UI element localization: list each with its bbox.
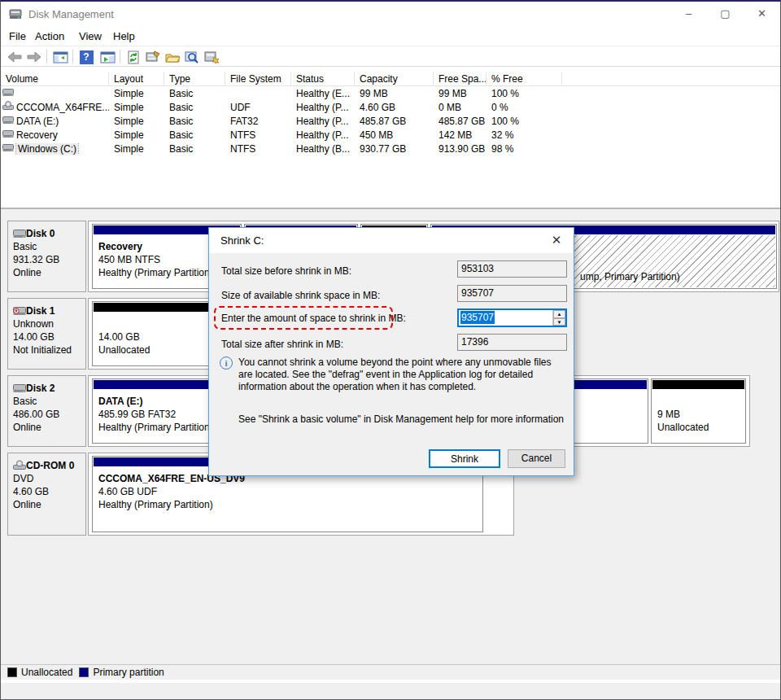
disk1-label[interactable]: Disk 1 Unknown 14.00 GB Not Initialized (7, 298, 86, 370)
minimize-button[interactable]: – (670, 2, 707, 26)
dialog-title-bar: Shrink C: ✕ (209, 228, 574, 253)
menu-view[interactable]: View (74, 28, 107, 44)
table-row[interactable]: CCCOMA_X64FRE... Simple Basic UDF Health… (1, 100, 780, 114)
disk-management-icon (9, 7, 22, 24)
menu-action[interactable]: Action (30, 28, 69, 44)
menu-bar: File Action View Help (1, 26, 780, 46)
disk-status: Online (13, 499, 41, 510)
table-row[interactable]: DATA (E:) Simple Basic FAT32 Healthy (P.… (1, 114, 780, 128)
column-header-pct-free[interactable]: % Free (486, 72, 562, 85)
field-available: 935707 (457, 285, 567, 302)
window-title: Disk Management (28, 8, 114, 20)
refresh-icon[interactable] (124, 49, 142, 65)
drive-icon (2, 116, 14, 127)
help-icon[interactable]: ? (77, 49, 95, 65)
forward-icon[interactable] (25, 49, 43, 65)
disk-type: Basic (13, 396, 37, 407)
search-icon[interactable] (183, 49, 201, 65)
disk2-label[interactable]: Disk 2 Basic 486.00 GB Online (7, 375, 86, 447)
disk-status: Online (13, 422, 41, 433)
spinner-up-icon[interactable]: ▲ (553, 310, 565, 318)
volume-name: Recovery (16, 129, 58, 141)
disk-size: 4.60 GB (13, 486, 49, 497)
table-row[interactable]: Recovery Simple Basic NTFS Healthy (P...… (1, 128, 780, 142)
partition-unallocated-9mb[interactable]: 9 MBUnallocated (651, 378, 746, 444)
disk-offline-icon (13, 304, 26, 316)
properties-icon[interactable] (144, 49, 162, 65)
shrink-button[interactable]: Shrink (429, 449, 500, 468)
volume-list-pane: Volume Layout Type File System Status Ca… (1, 68, 780, 208)
menu-file[interactable]: File (4, 28, 31, 44)
table-row[interactable]: Simple Basic Healthy (E... 99 MB 99 MB 1… (1, 86, 780, 100)
column-header-file-system[interactable]: File System (225, 72, 291, 85)
dialog-close-icon[interactable]: ✕ (548, 233, 565, 247)
shrink-dialog: Shrink C: ✕ Total size before shrink in … (208, 227, 574, 476)
label-total-after: Total size after shrink in MB: (221, 339, 343, 350)
partition-color-bar (652, 380, 744, 389)
field-total-before: 953103 (457, 260, 567, 278)
volume-name: DATA (E:) (16, 116, 59, 127)
toolbar: ? (1, 46, 780, 67)
disk-type: Unknown (13, 318, 54, 330)
legend-primary-partition: Primary partition (79, 667, 164, 678)
column-header-free-space[interactable]: Free Spa... (434, 72, 486, 85)
disk-size: 931.32 GB (13, 254, 59, 265)
cd-drive-icon (13, 459, 26, 470)
volume-list-header: Volume Layout Type File System Status Ca… (1, 72, 780, 86)
disk-management-window: Disk Management – ▢ ✕ File Action View H… (0, 0, 781, 700)
label-available: Size of available shrink space in MB: (221, 290, 380, 301)
disk-status: Online (13, 267, 41, 278)
drive-icon (2, 88, 14, 99)
toolbar-separator (46, 50, 47, 63)
disk-size: 14.00 GB (13, 331, 55, 343)
help-text: See "Shrink a basic volume" in Disk Mana… (238, 413, 565, 425)
back-icon[interactable] (6, 49, 24, 65)
column-header-type[interactable]: Type (164, 72, 225, 85)
column-header-status[interactable]: Status (291, 72, 355, 85)
field-total-after: 17396 (457, 334, 567, 351)
volume-name: Windows (C:) (16, 143, 78, 155)
legend-unallocated: Unallocated (7, 667, 72, 678)
disk-type: Basic (13, 241, 37, 252)
drive-icon (2, 129, 14, 141)
maximize-button[interactable]: ▢ (707, 2, 744, 26)
column-header-layout[interactable]: Layout (109, 72, 164, 85)
column-header-volume[interactable]: Volume (1, 72, 109, 85)
partition-status-fragment: ump, Primary Partition) (580, 271, 680, 282)
title-bar: Disk Management – ▢ ✕ (1, 2, 780, 26)
disk-icon (13, 382, 26, 393)
cd-drive-icon (2, 101, 14, 113)
column-header-capacity[interactable]: Capacity (355, 72, 434, 85)
info-icon: i (220, 357, 233, 370)
open-folder-icon[interactable] (164, 49, 181, 65)
cdrom0-label[interactable]: CD-ROM 0 DVD 4.60 GB Online (7, 453, 86, 536)
volume-name: CCCOMA_X64FRE... (16, 102, 109, 113)
spinner-down-icon[interactable]: ▼ (553, 318, 565, 326)
shrink-amount-input[interactable]: 935707 ▲ ▼ (457, 308, 567, 327)
legend-bar: Unallocated Primary partition (1, 664, 780, 680)
menu-help[interactable]: Help (108, 28, 140, 44)
cancel-button[interactable]: Cancel (508, 449, 565, 468)
table-row-selected[interactable]: Windows (C:) Simple Basic NTFS Healthy (… (1, 142, 780, 155)
info-text: You cannot shrink a volume beyond the po… (238, 357, 565, 393)
disk-size: 486.00 GB (13, 409, 59, 420)
disk0-label[interactable]: Disk 0 Basic 931.32 GB Online (7, 221, 86, 292)
shrink-amount-value: 935707 (460, 311, 495, 324)
console-tree-icon[interactable] (51, 49, 69, 65)
highlight-annotation (214, 306, 393, 330)
legend-swatch-primary (79, 667, 89, 677)
show-console-icon[interactable] (98, 49, 116, 65)
toolbar-separator (72, 50, 73, 63)
disk-status: Not Initialized (13, 344, 72, 356)
status-bar (1, 682, 780, 700)
label-total-before: Total size before shrink in MB: (221, 265, 351, 277)
legend-swatch-unallocated (7, 667, 17, 677)
drive-icon (2, 143, 14, 155)
toolbar-separator (120, 50, 120, 63)
manage-disk-icon[interactable] (203, 49, 220, 65)
close-button[interactable]: ✕ (744, 2, 780, 26)
dialog-title: Shrink C: (220, 234, 264, 247)
disk-type: DVD (13, 473, 33, 484)
disk-icon (13, 227, 26, 238)
